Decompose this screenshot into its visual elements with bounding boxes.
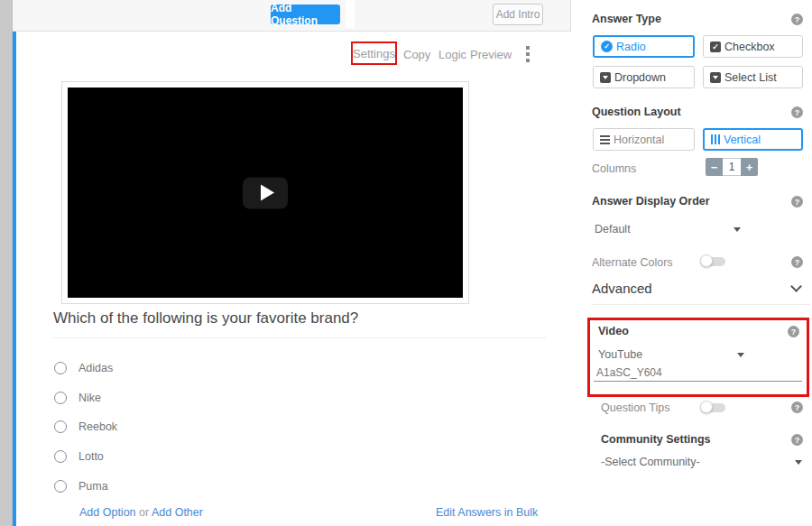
answer-type-option-label: Select List	[724, 71, 777, 84]
radio-circle[interactable]	[54, 392, 67, 404]
answer-type-dropdown-button[interactable]: Dropdown	[593, 66, 695, 88]
video-player	[68, 88, 463, 298]
tab-preview[interactable]: Preview	[470, 48, 512, 61]
add-intro-button[interactable]: Add Intro	[493, 4, 543, 25]
question-layout-label: Question Layout	[592, 106, 681, 118]
question-tips-label: Question Tips	[601, 401, 669, 414]
display-order-caret-icon[interactable]	[734, 227, 741, 232]
layout-option-label: Horizontal	[614, 134, 664, 146]
radio-circle[interactable]	[54, 362, 67, 374]
option-links: Add Option or Add Other	[79, 506, 203, 519]
survey-builder-screen: Add Question Add Intro Settings Copy Log…	[0, 0, 812, 526]
advanced-chevron-down-icon[interactable]	[790, 281, 802, 292]
answer-type-option-label: Dropdown	[614, 71, 666, 84]
tab-settings[interactable]: Settings	[353, 47, 395, 60]
columns-increment-button[interactable]: +	[741, 158, 758, 176]
option-label[interactable]: Lotto	[78, 450, 104, 463]
video-provider-select[interactable]: YouTube	[598, 348, 642, 361]
left-rail	[0, 0, 13, 526]
add-other-link[interactable]: Add Other	[152, 506, 203, 519]
layout-vertical-button[interactable]: Vertical	[703, 128, 803, 151]
community-select[interactable]: -Select Community-	[601, 456, 700, 468]
option-label[interactable]: Puma	[78, 480, 108, 493]
option-label[interactable]: Reebok	[78, 420, 117, 433]
community-select-caret-icon[interactable]	[795, 460, 802, 465]
select-list-icon	[710, 72, 721, 83]
topbar-gap	[346, 0, 355, 28]
alternate-colors-toggle[interactable]	[700, 254, 725, 268]
columns-value[interactable]: 1	[723, 158, 741, 176]
question-tips-help-icon[interactable]: ?	[791, 401, 803, 413]
alternate-colors-label: Alternate Colors	[592, 256, 673, 269]
answer-option-row: Puma	[54, 479, 108, 494]
add-option-link[interactable]: Add Option	[79, 506, 136, 519]
option-label[interactable]: Adidas	[78, 362, 113, 374]
horizontal-layout-icon	[600, 135, 610, 144]
play-icon[interactable]	[243, 177, 288, 208]
radio-circle[interactable]	[54, 480, 67, 493]
video-id-underline	[594, 381, 802, 382]
answer-type-radio-button[interactable]: ✓ Radio	[593, 35, 695, 58]
columns-decrement-button[interactable]: −	[706, 158, 723, 176]
answer-type-label: Answer Type	[592, 13, 661, 25]
question-tips-toggle[interactable]	[700, 401, 725, 414]
answer-option-row: Nike	[54, 391, 101, 405]
answer-type-help-icon[interactable]: ?	[791, 14, 803, 25]
columns-stepper: − 1 +	[706, 158, 758, 176]
video-id-input[interactable]: A1aSC_Y604	[596, 366, 662, 379]
dropdown-icon	[600, 72, 611, 83]
answer-display-order-help-icon[interactable]: ?	[791, 196, 803, 208]
checkbox-icon: ✓	[710, 42, 721, 52]
display-order-select[interactable]: Default	[595, 223, 631, 235]
answer-type-option-label: Radio	[616, 41, 646, 53]
edit-answers-in-bulk-link[interactable]: Edit Answers in Bulk	[436, 506, 538, 519]
answer-option-row: Adidas	[54, 361, 113, 375]
video-provider-caret-icon[interactable]	[737, 353, 744, 357]
question-layout-help-icon[interactable]: ?	[791, 106, 803, 118]
video-frame	[61, 81, 469, 304]
divider	[592, 304, 810, 305]
columns-label: Columns	[592, 162, 636, 175]
tab-logic[interactable]: Logic	[438, 48, 466, 61]
radio-selected-icon: ✓	[601, 41, 613, 52]
add-question-button[interactable]: Add Question	[271, 5, 340, 24]
vertical-layout-icon	[711, 134, 720, 144]
answer-type-option-label: Checkbox	[724, 41, 775, 53]
answer-display-order-label: Answer Display Order	[592, 195, 710, 208]
option-label[interactable]: Nike	[78, 392, 101, 404]
tab-copy[interactable]: Copy	[403, 48, 430, 61]
community-settings-help-icon[interactable]: ?	[791, 434, 803, 446]
radio-circle[interactable]	[54, 420, 67, 433]
layout-horizontal-button[interactable]: Horizontal	[593, 128, 695, 151]
answer-option-row: Lotto	[54, 449, 104, 464]
advanced-section-header[interactable]: Advanced	[592, 281, 652, 296]
or-text: or	[139, 506, 149, 519]
layout-option-label: Vertical	[724, 134, 761, 146]
alternate-colors-help-icon[interactable]: ?	[791, 256, 803, 268]
community-settings-label: Community Settings	[601, 433, 711, 446]
answer-type-checkbox-button[interactable]: ✓ Checkbox	[703, 35, 803, 58]
settings-tab-annotation-box: Settings	[351, 42, 397, 65]
question-title[interactable]: Which of the following is your favorite …	[53, 309, 546, 338]
answer-option-row: Reebok	[54, 420, 117, 434]
radio-circle[interactable]	[54, 450, 67, 463]
video-label: Video	[598, 325, 629, 337]
answer-type-selectlist-button[interactable]: Select List	[703, 66, 803, 88]
more-options-icon[interactable]	[526, 46, 530, 62]
video-help-icon[interactable]: ?	[788, 326, 799, 337]
